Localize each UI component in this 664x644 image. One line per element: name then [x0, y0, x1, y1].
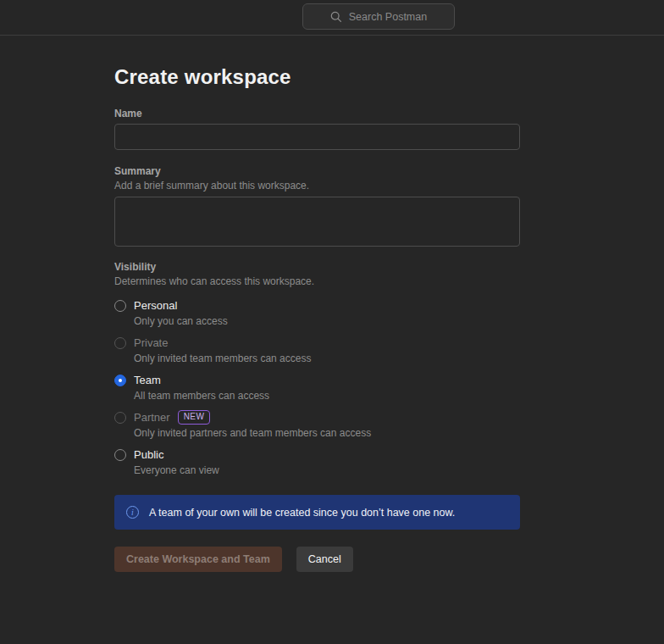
radio-partner[interactable] [114, 412, 126, 424]
cancel-button[interactable]: Cancel [296, 547, 353, 572]
visibility-option-private[interactable]: Private Only invited team members can ac… [114, 336, 520, 365]
name-input[interactable] [114, 124, 520, 150]
notice-text: A team of your own will be created since… [149, 507, 455, 519]
visibility-label: Visibility [114, 261, 520, 273]
search-icon [330, 11, 342, 23]
visibility-option-public[interactable]: Public Everyone can view [114, 447, 520, 477]
visibility-option-team[interactable]: Team All team members can access [114, 373, 520, 402]
radio-public[interactable] [114, 449, 126, 461]
option-description: Only you can access [134, 315, 520, 328]
radio-private[interactable] [114, 337, 126, 349]
visibility-option-personal[interactable]: Personal Only you can access [114, 298, 520, 328]
visibility-option-partner[interactable]: Partner NEW Only invited partners and te… [114, 410, 520, 440]
top-bar: Search Postman [0, 0, 664, 36]
visibility-field-group: Visibility Determines who can access thi… [114, 261, 520, 477]
search-input[interactable]: Search Postman [302, 3, 455, 30]
summary-textarea[interactable] [114, 197, 520, 247]
page-title: Create workspace [114, 65, 520, 89]
team-creation-notice-banner: i A team of your own will be created sin… [114, 495, 520, 530]
option-label: Team [134, 374, 161, 386]
radio-personal[interactable] [114, 300, 126, 312]
form-actions: Create Workspace and Team Cancel [114, 547, 520, 572]
summary-field-group: Summary Add a brief summary about this w… [114, 165, 520, 247]
visibility-description: Determines who can access this workspace… [114, 275, 520, 287]
new-badge: NEW [178, 410, 211, 425]
summary-label: Summary [114, 165, 520, 177]
create-workspace-and-team-button[interactable]: Create Workspace and Team [114, 547, 282, 572]
summary-description: Add a brief summary about this workspace… [114, 180, 520, 192]
info-icon: i [126, 506, 139, 519]
name-label: Name [114, 108, 520, 119]
search-placeholder: Search Postman [349, 11, 427, 23]
create-workspace-form: Create workspace Name Summary Add a brie… [0, 36, 520, 572]
option-description: All team members can access [134, 390, 520, 402]
option-label: Public [134, 448, 163, 461]
option-description: Only invited team members can access [134, 353, 520, 365]
option-label: Private [134, 336, 168, 349]
option-description: Only invited partners and team members c… [134, 427, 520, 440]
radio-team-selected[interactable] [114, 375, 126, 386]
option-label: Personal [134, 299, 177, 312]
name-field-group: Name [114, 108, 520, 150]
option-description: Everyone can view [134, 464, 520, 477]
option-label: Partner [134, 411, 170, 424]
